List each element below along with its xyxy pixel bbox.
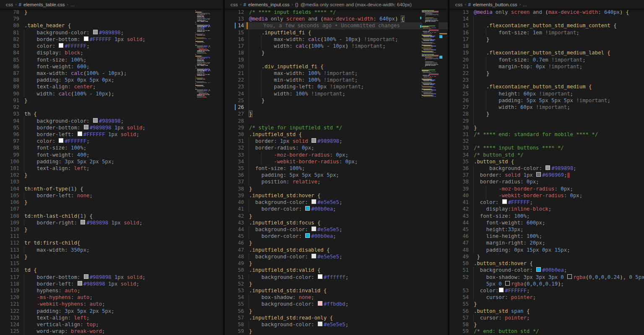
line-number[interactable]: 29 <box>225 124 244 131</box>
line-number[interactable]: 54 <box>449 294 469 301</box>
code-line[interactable]: 119 hyphens: auto; <box>0 287 223 294</box>
line-number[interactable]: 48 <box>449 247 469 253</box>
line-number[interactable]: 33 <box>449 144 469 151</box>
breadcrumb-item[interactable]: elements_table.css <box>23 2 65 7</box>
code-line[interactable]: 19 <box>225 57 448 63</box>
code-line[interactable]: 48 padding: 0px 15px 0px 15px; <box>449 247 644 253</box>
line-number[interactable]: 56 <box>225 308 244 314</box>
line-number[interactable]: 59 <box>225 328 244 335</box>
line-number[interactable]: 97 <box>0 138 19 144</box>
code-line[interactable]: 103 <box>0 178 223 185</box>
line-number[interactable]: 106 <box>0 199 19 206</box>
code-line[interactable]: 33 -moz-border-radius: 0px; <box>225 152 448 158</box>
line-number[interactable]: 123 <box>0 314 19 321</box>
code-line[interactable]: 115 <box>0 260 223 267</box>
code-line[interactable]: 120 -ms-hyphens: auto; <box>0 294 223 301</box>
line-number[interactable]: 30 <box>449 124 469 131</box>
line-number[interactable]: 38 <box>225 186 244 192</box>
code-line[interactable]: 121 -webkit-hyphens: auto; <box>0 301 223 307</box>
code-line[interactable]: 35.button_std { <box>449 158 644 165</box>
line-number[interactable]: 15 <box>225 29 244 36</box>
line-number[interactable]: 18 <box>225 49 244 56</box>
line-number[interactable]: 55 <box>449 301 469 307</box>
code-line[interactable]: 100 padding: 3px 5px 2px 5px; <box>0 158 223 165</box>
line-number[interactable]: 40 <box>225 199 244 206</box>
line-number[interactable]: 14 <box>225 22 244 29</box>
code-line[interactable]: 27} <box>225 111 448 117</box>
line-number[interactable]: 20 <box>225 63 244 70</box>
line-number[interactable]: 55 <box>225 301 244 307</box>
code-line[interactable]: 38} <box>225 186 448 192</box>
code-line[interactable]: 18 } <box>225 49 448 56</box>
code-line[interactable]: 30} <box>449 124 644 131</box>
code-line[interactable]: 57 cursor: pointer; <box>449 314 644 321</box>
line-number[interactable]: 32 <box>449 138 469 144</box>
line-number[interactable] <box>449 281 469 287</box>
code-line[interactable]: 37 position: relative; <box>225 178 448 185</box>
line-number[interactable]: 92 <box>0 104 19 111</box>
code-line[interactable]: 46 line-height: 100%; <box>449 233 644 240</box>
code-line[interactable]: 107 <box>0 206 223 212</box>
line-number[interactable]: 51 <box>449 267 469 273</box>
line-number[interactable]: 42 <box>225 213 244 219</box>
line-number[interactable]: 17 <box>225 43 244 49</box>
code-line[interactable]: 52} <box>225 281 448 287</box>
code-line[interactable]: 35 font-size: 100%; <box>225 165 448 172</box>
code-line[interactable]: 58} <box>449 321 644 328</box>
code-line[interactable]: 55 background-color: #ffbdbd; <box>225 301 448 307</box>
code-line[interactable]: 44 font-weight: 600px; <box>449 219 644 226</box>
line-number[interactable]: 19 <box>449 49 469 56</box>
line-number[interactable]: 57 <box>449 314 469 321</box>
line-number[interactable]: 90 <box>0 90 19 97</box>
line-number[interactable]: 41 <box>449 199 469 206</box>
line-number[interactable]: 116 <box>0 267 19 273</box>
code-line[interactable]: 22 min-width: 100% !important; <box>225 77 448 83</box>
minimap[interactable] <box>195 10 210 98</box>
line-number[interactable]: 35 <box>449 158 469 165</box>
code-line[interactable]: 33/* **** input buttons **** */ <box>449 144 644 151</box>
line-number[interactable]: 42 <box>449 206 469 212</box>
code-line[interactable]: 83 color: #FFFFFF; <box>0 43 223 49</box>
code-line[interactable]: 42 display:inline-block; <box>449 206 644 212</box>
code-line[interactable]: 22 } <box>449 70 644 77</box>
line-number[interactable]: 83 <box>0 43 19 49</box>
code-line[interactable]: 13@media only screen and (max-device-wid… <box>449 9 644 15</box>
code-line[interactable]: 125 word-wrap: break-word; <box>0 328 223 335</box>
code-line[interactable]: 58 background-color: #e5e5e5; <box>225 321 448 328</box>
line-number[interactable]: 84 <box>0 49 19 56</box>
line-number[interactable]: 102 <box>0 172 19 178</box>
line-number[interactable]: 98 <box>0 144 19 151</box>
line-number[interactable]: 99 <box>0 152 19 158</box>
breadcrumb-item[interactable]: ... <box>70 2 75 7</box>
line-number[interactable]: 16 <box>225 36 244 43</box>
line-number[interactable]: 16 <box>449 29 469 36</box>
code-line[interactable]: 36 padding: 5px 5px 5px 5px; <box>225 172 448 178</box>
line-number[interactable]: 80 <box>0 22 19 29</box>
line-number[interactable]: 20 <box>449 57 469 63</box>
line-number[interactable]: 47 <box>449 240 469 246</box>
code-line[interactable]: 25 height: 60px !important; <box>449 90 644 97</box>
line-number[interactable]: 45 <box>449 226 469 233</box>
code-line[interactable]: 45 border-color: #00b0ea; <box>225 233 448 240</box>
line-number[interactable]: 22 <box>449 70 469 77</box>
line-number[interactable]: 110 <box>0 226 19 233</box>
code-line[interactable]: 54 cursor: pointer; <box>449 294 644 301</box>
line-number[interactable]: 112 <box>0 240 19 246</box>
code-line[interactable]: 24 width: 100% !important; <box>225 90 448 97</box>
line-number[interactable]: 58 <box>225 321 244 328</box>
code-line[interactable]: 47 margin-right: 20px; <box>449 240 644 246</box>
line-number[interactable]: 36 <box>449 165 469 172</box>
line-number[interactable]: 41 <box>225 206 244 212</box>
code-line[interactable]: 43 font-size: 100%; <box>449 213 644 219</box>
breadcrumb-item[interactable]: elements_input.css <box>248 2 289 7</box>
code-line[interactable]: 26 padding: 5px 5px 5px 5px !important; <box>449 97 644 104</box>
line-number[interactable]: 23 <box>225 83 244 90</box>
line-number[interactable]: 26 <box>449 97 469 104</box>
code-line[interactable]: 91} <box>0 97 223 104</box>
line-number[interactable]: 46 <box>225 240 244 246</box>
code-line[interactable]: 84 display: block; <box>0 49 223 56</box>
line-number[interactable]: 118 <box>0 281 19 287</box>
line-number[interactable]: 50 <box>449 260 469 267</box>
code-line[interactable]: 88 padding: 5px 0px 5px 0px; <box>0 77 223 83</box>
line-number[interactable]: 57 <box>225 314 244 321</box>
